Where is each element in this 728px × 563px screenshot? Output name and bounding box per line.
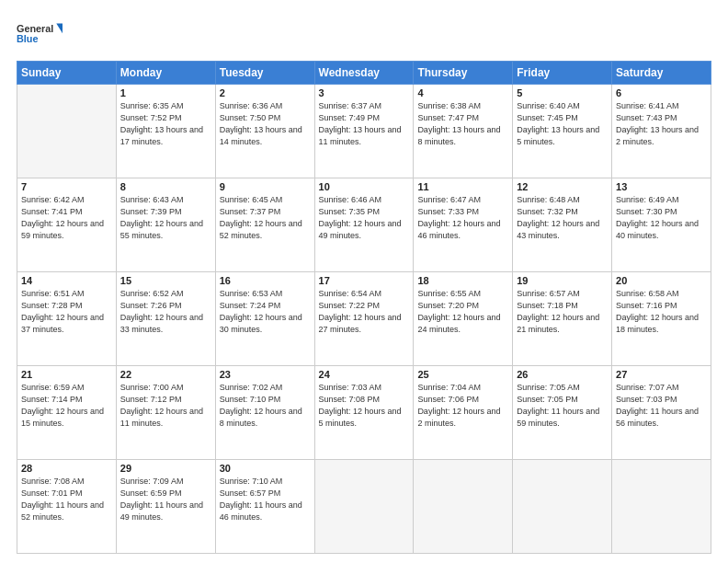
day-info: Sunrise: 6:48 AMSunset: 7:32 PMDaylight:… — [517, 194, 608, 242]
day-info: Sunrise: 6:58 AMSunset: 7:16 PMDaylight:… — [616, 288, 707, 336]
day-info: Sunrise: 7:00 AMSunset: 7:12 PMDaylight:… — [120, 382, 211, 430]
day-info: Sunrise: 7:02 AMSunset: 7:10 PMDaylight:… — [220, 382, 311, 430]
calendar-day-cell: 23Sunrise: 7:02 AMSunset: 7:10 PMDayligh… — [215, 366, 314, 460]
calendar-day-cell — [612, 460, 711, 554]
calendar-week-row: 7Sunrise: 6:42 AMSunset: 7:41 PMDaylight… — [17, 178, 711, 272]
calendar-day-cell: 24Sunrise: 7:03 AMSunset: 7:08 PMDayligh… — [314, 366, 414, 460]
day-info: Sunrise: 6:53 AMSunset: 7:24 PMDaylight:… — [220, 288, 311, 336]
day-number: 3 — [319, 87, 410, 98]
day-info: Sunrise: 6:40 AMSunset: 7:45 PMDaylight:… — [517, 100, 608, 148]
day-info: Sunrise: 6:43 AMSunset: 7:39 PMDaylight:… — [120, 194, 211, 242]
svg-marker-2 — [56, 24, 63, 34]
day-info: Sunrise: 6:46 AMSunset: 7:35 PMDaylight:… — [319, 194, 410, 242]
day-number: 18 — [417, 275, 508, 286]
calendar-week-row: 14Sunrise: 6:51 AMSunset: 7:28 PMDayligh… — [17, 272, 711, 366]
calendar-day-cell: 28Sunrise: 7:08 AMSunset: 7:01 PMDayligh… — [17, 460, 117, 554]
calendar-day-cell: 15Sunrise: 6:52 AMSunset: 7:26 PMDayligh… — [116, 272, 215, 366]
day-info: Sunrise: 7:03 AMSunset: 7:08 PMDaylight:… — [319, 382, 410, 430]
day-number: 5 — [517, 87, 608, 98]
day-info: Sunrise: 7:09 AMSunset: 6:59 PMDaylight:… — [120, 476, 211, 523]
day-info: Sunrise: 6:57 AMSunset: 7:18 PMDaylight:… — [517, 288, 608, 336]
day-number: 10 — [319, 181, 410, 192]
calendar-day-cell: 29Sunrise: 7:09 AMSunset: 6:59 PMDayligh… — [116, 460, 215, 554]
day-info: Sunrise: 6:52 AMSunset: 7:26 PMDaylight:… — [120, 288, 211, 336]
day-info: Sunrise: 6:35 AMSunset: 7:52 PMDaylight:… — [120, 100, 211, 148]
weekday-header: Monday — [116, 62, 215, 85]
calendar-week-row: 21Sunrise: 6:59 AMSunset: 7:14 PMDayligh… — [17, 366, 711, 460]
logo-svg: General Blue — [17, 17, 63, 53]
calendar-table: SundayMondayTuesdayWednesdayThursdayFrid… — [17, 61, 711, 554]
day-info: Sunrise: 6:49 AMSunset: 7:30 PMDaylight:… — [616, 194, 707, 242]
day-number: 2 — [220, 87, 311, 98]
day-info: Sunrise: 6:41 AMSunset: 7:43 PMDaylight:… — [616, 100, 707, 148]
day-number: 16 — [220, 275, 311, 286]
calendar-day-cell: 20Sunrise: 6:58 AMSunset: 7:16 PMDayligh… — [612, 272, 711, 366]
day-number: 11 — [417, 181, 508, 192]
calendar-day-cell: 16Sunrise: 6:53 AMSunset: 7:24 PMDayligh… — [215, 272, 314, 366]
day-number: 30 — [220, 463, 311, 474]
calendar-day-cell — [513, 460, 612, 554]
day-info: Sunrise: 6:59 AMSunset: 7:14 PMDaylight:… — [21, 382, 112, 430]
day-number: 7 — [21, 181, 112, 192]
calendar-day-cell: 2Sunrise: 6:36 AMSunset: 7:50 PMDaylight… — [215, 85, 314, 178]
day-number: 21 — [21, 369, 112, 380]
day-number: 22 — [120, 369, 211, 380]
day-info: Sunrise: 6:55 AMSunset: 7:20 PMDaylight:… — [417, 288, 508, 336]
calendar-day-cell — [314, 460, 414, 554]
weekday-header: Tuesday — [215, 62, 314, 85]
weekday-header: Friday — [513, 62, 612, 85]
calendar-day-cell: 27Sunrise: 7:07 AMSunset: 7:03 PMDayligh… — [612, 366, 711, 460]
svg-text:General: General — [17, 23, 53, 34]
calendar-day-cell: 18Sunrise: 6:55 AMSunset: 7:20 PMDayligh… — [414, 272, 513, 366]
calendar-day-cell — [17, 85, 117, 178]
day-number: 23 — [220, 369, 311, 380]
day-info: Sunrise: 7:10 AMSunset: 6:57 PMDaylight:… — [220, 476, 311, 523]
logo: General Blue — [17, 17, 63, 53]
day-number: 29 — [120, 463, 211, 474]
calendar-week-row: 1Sunrise: 6:35 AMSunset: 7:52 PMDaylight… — [17, 85, 711, 178]
day-number: 24 — [319, 369, 410, 380]
weekday-header: Sunday — [17, 62, 117, 85]
day-info: Sunrise: 6:36 AMSunset: 7:50 PMDaylight:… — [220, 100, 311, 148]
day-info: Sunrise: 7:07 AMSunset: 7:03 PMDaylight:… — [616, 382, 707, 430]
calendar-day-cell: 7Sunrise: 6:42 AMSunset: 7:41 PMDaylight… — [17, 178, 117, 272]
calendar-day-cell: 19Sunrise: 6:57 AMSunset: 7:18 PMDayligh… — [513, 272, 612, 366]
calendar-day-cell: 26Sunrise: 7:05 AMSunset: 7:05 PMDayligh… — [513, 366, 612, 460]
day-number: 26 — [517, 369, 608, 380]
day-number: 28 — [21, 463, 112, 474]
calendar-day-cell: 4Sunrise: 6:38 AMSunset: 7:47 PMDaylight… — [414, 85, 513, 178]
calendar-day-cell: 21Sunrise: 6:59 AMSunset: 7:14 PMDayligh… — [17, 366, 117, 460]
day-number: 12 — [517, 181, 608, 192]
calendar-day-cell: 25Sunrise: 7:04 AMSunset: 7:06 PMDayligh… — [414, 366, 513, 460]
calendar-day-cell: 8Sunrise: 6:43 AMSunset: 7:39 PMDaylight… — [116, 178, 215, 272]
calendar-day-cell: 1Sunrise: 6:35 AMSunset: 7:52 PMDaylight… — [116, 85, 215, 178]
day-info: Sunrise: 6:51 AMSunset: 7:28 PMDaylight:… — [21, 288, 112, 336]
weekday-header: Wednesday — [314, 62, 414, 85]
calendar-day-cell — [414, 460, 513, 554]
calendar-day-cell: 3Sunrise: 6:37 AMSunset: 7:49 PMDaylight… — [314, 85, 414, 178]
day-info: Sunrise: 6:38 AMSunset: 7:47 PMDaylight:… — [417, 100, 508, 148]
day-info: Sunrise: 6:42 AMSunset: 7:41 PMDaylight:… — [21, 194, 112, 242]
calendar-day-cell: 6Sunrise: 6:41 AMSunset: 7:43 PMDaylight… — [612, 85, 711, 178]
calendar-day-cell: 12Sunrise: 6:48 AMSunset: 7:32 PMDayligh… — [513, 178, 612, 272]
day-info: Sunrise: 6:37 AMSunset: 7:49 PMDaylight:… — [319, 100, 410, 148]
day-info: Sunrise: 7:08 AMSunset: 7:01 PMDaylight:… — [21, 476, 112, 523]
svg-text:Blue: Blue — [17, 33, 38, 44]
day-number: 4 — [417, 87, 508, 98]
day-info: Sunrise: 7:05 AMSunset: 7:05 PMDaylight:… — [517, 382, 608, 430]
calendar-week-row: 28Sunrise: 7:08 AMSunset: 7:01 PMDayligh… — [17, 460, 711, 554]
day-info: Sunrise: 7:04 AMSunset: 7:06 PMDaylight:… — [417, 382, 508, 430]
calendar-page: General Blue SundayMondayTuesdayWednesda… — [0, 0, 728, 563]
day-number: 8 — [120, 181, 211, 192]
day-number: 15 — [120, 275, 211, 286]
day-number: 20 — [616, 275, 707, 286]
calendar-day-cell: 5Sunrise: 6:40 AMSunset: 7:45 PMDaylight… — [513, 85, 612, 178]
calendar-header-row: SundayMondayTuesdayWednesdayThursdayFrid… — [17, 62, 711, 85]
day-info: Sunrise: 6:45 AMSunset: 7:37 PMDaylight:… — [220, 194, 311, 242]
day-info: Sunrise: 6:54 AMSunset: 7:22 PMDaylight:… — [319, 288, 410, 336]
calendar-day-cell: 10Sunrise: 6:46 AMSunset: 7:35 PMDayligh… — [314, 178, 414, 272]
calendar-day-cell: 14Sunrise: 6:51 AMSunset: 7:28 PMDayligh… — [17, 272, 117, 366]
calendar-day-cell: 30Sunrise: 7:10 AMSunset: 6:57 PMDayligh… — [215, 460, 314, 554]
day-number: 9 — [220, 181, 311, 192]
page-header: General Blue — [17, 17, 711, 53]
